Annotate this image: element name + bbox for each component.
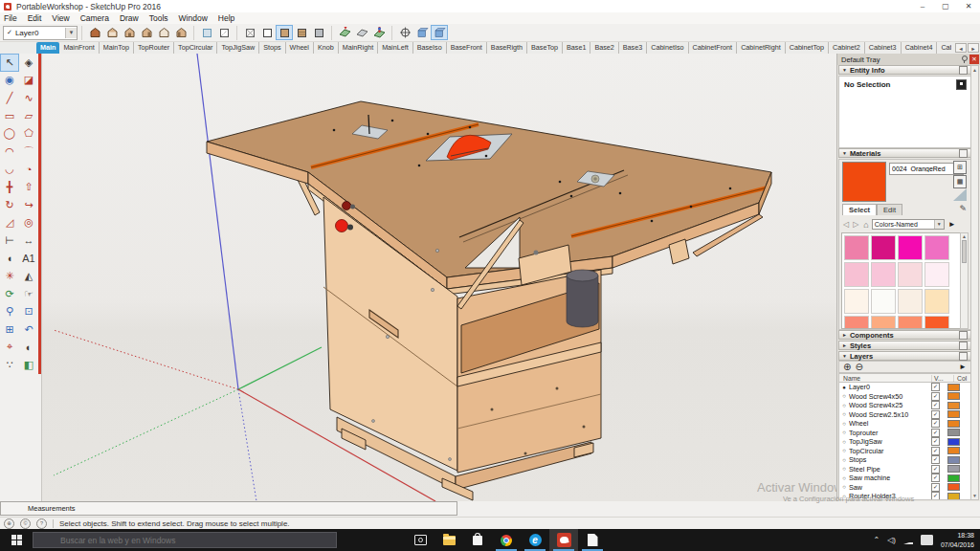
help-icon[interactable]: ? (36, 518, 47, 529)
document-button[interactable] (578, 529, 607, 551)
menu-draw[interactable]: Draw (120, 13, 139, 23)
layer-color-chip[interactable] (947, 392, 960, 400)
scene-tab-cabinet5[interactable]: Cabinet5 (937, 42, 951, 54)
layer-current-radio[interactable]: ○ (839, 466, 849, 472)
scene-tab-cabinet2[interactable]: Cabinet2 (829, 42, 865, 54)
menu-edit[interactable]: Edit (28, 13, 42, 23)
layer-row-toprouter[interactable]: ○Toprouter✓ (839, 429, 970, 438)
tray-close-icon[interactable]: ✕ (969, 55, 979, 64)
wireframe-style-icon[interactable] (241, 25, 258, 40)
section-menu-icon[interactable] (959, 149, 968, 158)
pin-icon[interactable] (960, 55, 968, 63)
previous-view-tool[interactable]: ↶ (19, 320, 38, 339)
rectangle-tool[interactable]: ▭ (0, 107, 19, 125)
layer-color-chip[interactable] (947, 493, 960, 500)
layer-color-chip[interactable] (947, 474, 960, 482)
speaker-icon[interactable]: ◁) (887, 536, 896, 544)
parallel-projection-icon[interactable] (413, 25, 431, 40)
layer-color-chip[interactable] (947, 483, 960, 491)
material-swatch[interactable] (898, 262, 923, 287)
top-view-icon[interactable] (103, 25, 121, 40)
layer-row-saw[interactable]: ○Saw✓ (839, 483, 970, 493)
left-view-icon[interactable] (172, 25, 189, 40)
taskbar-search-input[interactable] (33, 532, 337, 548)
start-button[interactable] (0, 529, 33, 551)
network-icon[interactable] (903, 537, 913, 544)
scene-tab-mainleft[interactable]: MainLeft (378, 42, 413, 54)
layer-visible-checkbox[interactable]: ✓ (931, 419, 940, 428)
layer-current-radio[interactable]: ○ (839, 393, 849, 399)
action-center-icon[interactable] (921, 535, 933, 545)
scene-tab-basefront[interactable]: BaseFront (447, 42, 487, 54)
layer-visible-checkbox[interactable]: ✓ (931, 410, 940, 419)
sketchup-taskbar-button[interactable] (549, 529, 578, 551)
eyedropper-icon[interactable]: ✎ (959, 204, 967, 213)
scene-tab-topcircular[interactable]: TopCircular (174, 42, 217, 54)
layer-visible-checkbox[interactable]: ✓ (931, 483, 940, 492)
material-swatch[interactable] (871, 316, 896, 329)
polygon-tool[interactable]: ⬠ (19, 124, 38, 143)
material-swatch[interactable] (871, 262, 896, 287)
create-material-icon[interactable]: ⊞ (953, 161, 967, 174)
layer-row-topcircular[interactable]: ○TopCircular✓ (839, 447, 970, 456)
right-view-icon[interactable] (138, 25, 155, 40)
material-swatch[interactable] (898, 235, 923, 260)
scene-tab-base1[interactable]: Base1 (563, 42, 590, 54)
layer-color-chip[interactable] (947, 402, 960, 409)
materials-header[interactable]: ▼ Materials (838, 148, 971, 158)
chevron-down-icon[interactable]: ▼ (65, 28, 77, 38)
material-library-dropdown[interactable]: Colors-Named ▼ (872, 219, 945, 230)
layer-current-radio[interactable]: ○ (839, 411, 849, 417)
section-menu-icon[interactable] (959, 66, 968, 75)
scene-tab-cabinetright[interactable]: CabinetRight (737, 42, 786, 54)
material-swatch[interactable] (924, 316, 949, 329)
material-preview[interactable] (842, 162, 886, 202)
protractor-tool[interactable]: ◖ (0, 250, 19, 268)
details-arrow-icon[interactable]: ► (948, 220, 956, 229)
layer-row-stops[interactable]: ○Stops✓ (839, 455, 970, 465)
layers-header[interactable]: ▼ Layers (838, 351, 971, 361)
walk-tool[interactable]: ∵ (0, 356, 19, 374)
chevron-up-icon[interactable]: ⌃ (873, 536, 880, 544)
paint-pane-icon[interactable]: ▦ (953, 175, 967, 188)
layer-color-chip[interactable] (947, 429, 960, 436)
edge-button[interactable]: e (521, 529, 549, 551)
circle-tool[interactable]: ◯ (0, 124, 19, 143)
layer-color-chip[interactable] (947, 456, 960, 464)
scene-tab-toprouter[interactable]: TopRouter (134, 42, 174, 54)
rotated-rectangle-tool[interactable]: ▱ (19, 107, 38, 125)
scene-tab-base2[interactable]: Base2 (590, 42, 618, 54)
section-plane-toggle-icon[interactable] (336, 25, 353, 40)
line-tool[interactable]: ╱ (0, 89, 19, 107)
scene-tab-baseiso[interactable]: BaseIso (413, 42, 447, 54)
menu-window[interactable]: Window (179, 13, 208, 23)
iso-view-icon[interactable] (86, 25, 103, 40)
make-component-tool[interactable]: ◈ (19, 54, 38, 72)
add-layer-button[interactable]: ⊕ (843, 362, 851, 372)
file-explorer-button[interactable] (434, 529, 463, 551)
zoom-tool[interactable]: ⚲ (0, 302, 19, 320)
orbit-tool[interactable]: ⟳ (0, 285, 19, 303)
scene-tab-cabinettop[interactable]: CabinetTop (786, 42, 829, 54)
section-fill-toggle-icon[interactable] (370, 25, 388, 40)
material-swatch[interactable] (924, 289, 949, 314)
scene-tab-maintop[interactable]: MainTop (100, 42, 134, 54)
menu-camera[interactable]: Camera (80, 13, 109, 23)
tab-scroll-left-icon[interactable]: ◄ (955, 43, 967, 53)
layer-row-wood-screw4x25[interactable]: ○Wood Screw4x25✓ (839, 401, 970, 410)
model-viewport[interactable]: Activar Windows (42, 54, 836, 501)
hidden-line-style-icon[interactable] (258, 25, 276, 40)
column-color[interactable]: Col (954, 375, 967, 382)
scale-tool[interactable]: ◿ (0, 213, 19, 231)
layer-current-radio[interactable]: ○ (839, 457, 849, 463)
axes-tool[interactable]: ✳ (0, 267, 19, 285)
layer-visible-checkbox[interactable]: ✓ (931, 492, 940, 500)
xray-style-icon[interactable] (198, 25, 215, 40)
paint-bucket-tool[interactable]: ◉ (0, 72, 19, 90)
entity-info-header[interactable]: ▼ Entity Info (838, 65, 971, 75)
section-menu-icon[interactable] (959, 352, 968, 361)
workbench-model[interactable] (207, 101, 771, 500)
eraser-tool[interactable]: ◪ (19, 72, 38, 90)
hide-details-icon[interactable] (956, 79, 967, 90)
zoom-window-tool[interactable]: ⊡ (19, 302, 38, 320)
